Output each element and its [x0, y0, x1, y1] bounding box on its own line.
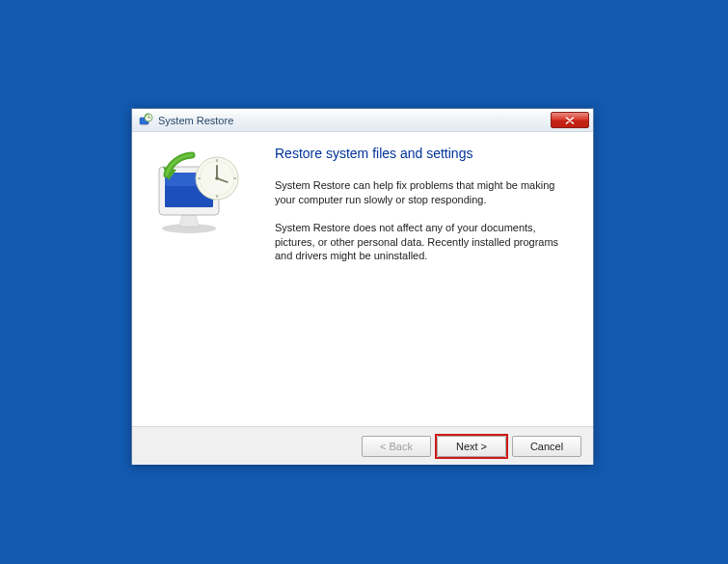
titlebar: System Restore: [132, 109, 593, 132]
svg-rect-1: [142, 124, 147, 126]
left-pane: [132, 132, 267, 426]
cancel-button[interactable]: Cancel: [512, 436, 581, 457]
intro-paragraph-1: System Restore can help fix problems tha…: [275, 178, 576, 207]
window-title: System Restore: [158, 115, 589, 126]
back-button: < Back: [362, 436, 431, 457]
system-restore-dialog: System Restore: [131, 108, 594, 465]
next-button[interactable]: Next >: [437, 436, 506, 457]
intro-paragraph-2: System Restore does not affect any of yo…: [275, 221, 576, 264]
dialog-content: Restore system files and settings System…: [132, 132, 593, 426]
button-bar: < Back Next > Cancel: [132, 426, 593, 465]
svg-point-11: [215, 176, 219, 180]
right-pane: Restore system files and settings System…: [267, 132, 593, 426]
close-button[interactable]: [551, 112, 589, 128]
system-restore-icon: [138, 113, 153, 128]
page-heading: Restore system files and settings: [275, 146, 576, 161]
restore-illustration-icon: [146, 146, 252, 237]
